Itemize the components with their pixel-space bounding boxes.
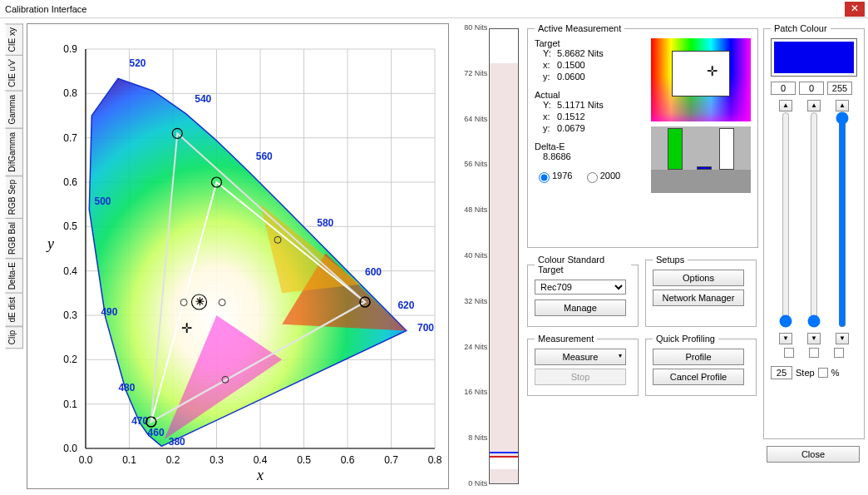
svg-text:x: x xyxy=(256,467,264,483)
svg-text:0.5: 0.5 xyxy=(297,454,311,466)
quick-profiling-legend: Quick Profiling xyxy=(653,334,718,344)
actual-header: Actual xyxy=(535,90,643,100)
target-Y: 5.8682 Nits xyxy=(557,48,604,58)
svg-text:700: 700 xyxy=(417,322,434,334)
nits-tick: 40 Nits xyxy=(452,251,487,260)
svg-text:380: 380 xyxy=(169,436,185,448)
tab-difgamma[interactable]: DifGamma xyxy=(5,128,23,176)
profile-button[interactable]: Profile xyxy=(653,349,744,365)
nits-tick: 72 Nits xyxy=(452,69,487,77)
nits-tick: 64 Nits xyxy=(452,115,487,123)
g-up-button[interactable]: ▲ xyxy=(807,100,821,111)
setups-group: Setups Options Network Manager xyxy=(645,255,757,327)
manage-button[interactable]: Manage xyxy=(535,299,626,316)
deltae-value: 8.8686 xyxy=(535,151,643,161)
step-input[interactable] xyxy=(771,366,792,379)
nits-tick: 32 Nits xyxy=(452,297,487,305)
colour-standard-select[interactable]: Rec709 xyxy=(535,280,626,295)
svg-text:540: 540 xyxy=(195,93,211,105)
svg-text:0.4: 0.4 xyxy=(63,265,77,277)
svg-text:460: 460 xyxy=(147,427,164,438)
window-close-button[interactable]: ✕ xyxy=(845,2,865,17)
g-down-button[interactable]: ▼ xyxy=(807,333,821,344)
network-manager-button[interactable]: Network Manager xyxy=(653,290,744,306)
svg-text:0.0: 0.0 xyxy=(63,443,77,454)
svg-text:0.3: 0.3 xyxy=(210,454,224,466)
svg-text:0.7: 0.7 xyxy=(63,132,77,144)
target-x: 0.1500 xyxy=(557,60,585,70)
close-button[interactable]: Close xyxy=(767,446,860,463)
patch-r-input[interactable] xyxy=(771,82,796,95)
nits-tick: 0 Nits xyxy=(452,479,487,488)
options-button[interactable]: Options xyxy=(653,270,744,286)
nits-tick: 16 Nits xyxy=(452,388,487,396)
svg-text:620: 620 xyxy=(397,299,414,311)
b-lock-checkbox[interactable] xyxy=(834,348,844,358)
svg-text:0.8: 0.8 xyxy=(428,454,442,466)
radio-1976[interactable]: 1976 xyxy=(535,171,572,181)
patch-swatch xyxy=(771,38,857,77)
svg-text:600: 600 xyxy=(365,266,382,278)
svg-text:580: 580 xyxy=(317,217,333,229)
r-up-button[interactable]: ▲ xyxy=(779,100,792,111)
svg-text:520: 520 xyxy=(129,57,145,69)
radio-2000[interactable]: 2000 xyxy=(583,171,620,181)
setups-legend: Setups xyxy=(653,255,688,265)
measurement-legend: Measurement xyxy=(535,334,597,344)
nits-tick: 48 Nits xyxy=(452,205,487,214)
r-slider[interactable] xyxy=(779,111,792,328)
b-slider[interactable] xyxy=(836,111,849,328)
tab-strip: CIE xy CIE u'v' Gamma DifGamma RGB Sep R… xyxy=(5,23,23,490)
r-lock-checkbox[interactable] xyxy=(784,348,794,358)
patch-colour-legend: Patch Colour xyxy=(771,23,831,33)
colour-standard-group: Colour Standard Target Rec709 Manage xyxy=(527,255,639,327)
svg-text:0.1: 0.1 xyxy=(63,398,77,410)
tab-cie-uv[interactable]: CIE u'v' xyxy=(5,55,23,92)
cancel-profile-button[interactable]: Cancel Profile xyxy=(653,369,744,385)
cie-chart: 0.00.10.20.30.40.50.60.70.80.00.10.20.30… xyxy=(27,23,449,489)
tab-clip[interactable]: Clip xyxy=(5,326,23,349)
svg-text:0.5: 0.5 xyxy=(63,220,77,232)
target-header: Target xyxy=(535,38,643,48)
measure-button[interactable]: Measure ▾ xyxy=(535,349,626,365)
tab-rgb-sep[interactable]: RGB Sep xyxy=(5,176,23,219)
tab-gamma[interactable]: Gamma xyxy=(5,91,23,129)
b-down-button[interactable]: ▼ xyxy=(836,333,849,344)
svg-text:0.4: 0.4 xyxy=(254,454,268,466)
patch-colour-group: Patch Colour ▲ ▲ ▲ xyxy=(763,23,865,439)
svg-text:0.9: 0.9 xyxy=(63,43,77,55)
svg-text:0.1: 0.1 xyxy=(122,454,136,466)
patch-g-input[interactable] xyxy=(799,82,824,95)
g-slider[interactable] xyxy=(807,111,821,328)
tab-delta-e[interactable]: Delta-E xyxy=(5,258,23,294)
tab-rgb-bal[interactable]: RGB Bal xyxy=(5,218,23,259)
svg-text:490: 490 xyxy=(101,306,117,318)
percent-checkbox[interactable] xyxy=(818,368,828,378)
b-up-button[interactable]: ▲ xyxy=(836,100,849,111)
nits-meter: 0 Nits8 Nits16 Nits24 Nits32 Nits40 Nits… xyxy=(452,23,524,489)
measurement-group: Measurement Measure ▾ Stop xyxy=(527,334,639,396)
svg-text:y: y xyxy=(46,235,54,252)
patch-b-input[interactable] xyxy=(827,82,852,95)
percent-label: % xyxy=(831,368,840,378)
nits-tick: 80 Nits xyxy=(452,23,487,32)
rgb-bars-preview xyxy=(651,126,751,193)
svg-text:0.2: 0.2 xyxy=(166,454,180,466)
svg-text:0.7: 0.7 xyxy=(384,454,398,466)
tab-de-dist[interactable]: dE dist xyxy=(5,293,23,327)
svg-text:500: 500 xyxy=(94,196,111,207)
crosshair-icon: ✛ xyxy=(707,67,718,77)
target-y: 0.0600 xyxy=(557,72,585,82)
tab-cie-xy[interactable]: CIE xy xyxy=(5,23,23,56)
stop-button[interactable]: Stop xyxy=(535,369,626,385)
svg-text:✳: ✳ xyxy=(195,295,204,308)
nits-tick: 24 Nits xyxy=(452,343,487,351)
svg-text:560: 560 xyxy=(256,151,273,162)
svg-text:0.6: 0.6 xyxy=(63,176,77,188)
nits-tick: 56 Nits xyxy=(452,160,487,168)
r-down-button[interactable]: ▼ xyxy=(779,333,792,344)
svg-text:480: 480 xyxy=(118,382,135,394)
g-lock-checkbox[interactable] xyxy=(809,348,819,358)
dropdown-icon[interactable]: ▾ xyxy=(619,352,622,359)
actual-Y: 5.1171 Nits xyxy=(557,100,604,110)
